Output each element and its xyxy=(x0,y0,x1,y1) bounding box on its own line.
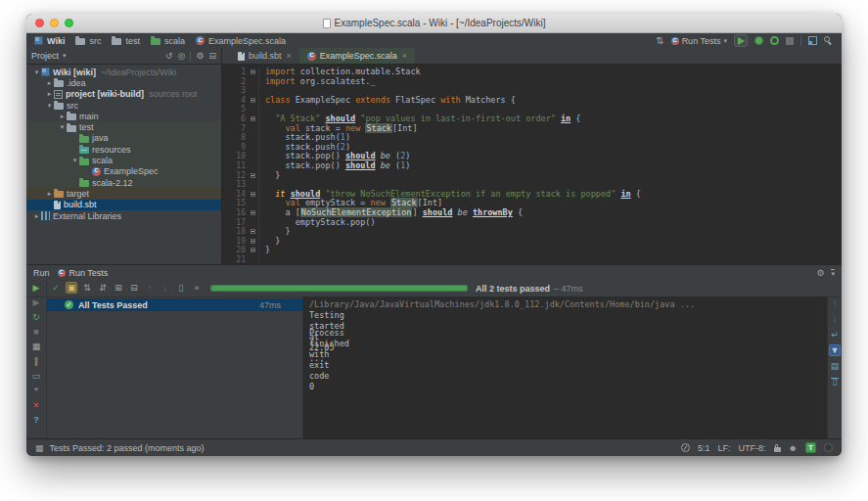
rerun-icon[interactable]: ▶ xyxy=(30,282,42,294)
soft-wrap-icon[interactable]: ↵ xyxy=(829,329,841,341)
expand-all-icon[interactable]: ⊞ xyxy=(113,282,124,294)
tree-down-arrow-icon[interactable]: ▾ xyxy=(32,68,41,76)
editor-tab-build-sbt[interactable]: build.sbt× xyxy=(230,48,299,64)
fold-marker-icon[interactable] xyxy=(250,227,258,237)
scroll-end-icon[interactable]: ▼ xyxy=(829,344,841,356)
hide-panel-icon[interactable]: ▾ xyxy=(831,268,835,278)
tool-windows-icon[interactable] xyxy=(808,36,817,45)
inspections-icon[interactable] xyxy=(681,443,690,452)
tree-item-scala[interactable]: ▾scala xyxy=(26,155,221,165)
code-line-21[interactable]: 21 xyxy=(222,255,842,264)
tree-item-scala-2-12[interactable]: scala-2.12 xyxy=(26,177,221,188)
encoding-widget[interactable]: UTF-8: xyxy=(739,443,766,453)
history-icon[interactable]: ▯ xyxy=(175,282,187,294)
tree-item-wiki-wiki-[interactable]: ▾Wiki [wiki]~/IdeaProjects/Wiki xyxy=(26,67,221,77)
stop-icon[interactable]: ■ xyxy=(30,326,42,338)
sort-alpha-icon[interactable]: ⇅ xyxy=(81,282,93,294)
tree-item-resources[interactable]: resources xyxy=(26,144,221,155)
fold-marker-icon[interactable] xyxy=(250,237,258,247)
code-line-4[interactable]: 4class ExampleSpec extends FlatSpec with… xyxy=(222,96,842,106)
tree-right-arrow-icon[interactable]: ▸ xyxy=(58,113,67,120)
tree-right-arrow-icon[interactable]: ▸ xyxy=(45,79,54,87)
tree-item-java[interactable]: java xyxy=(26,133,221,144)
down-stack-icon[interactable]: ↓ xyxy=(829,313,841,325)
tree-item-external-libraries[interactable]: ▸External Libraries xyxy=(26,210,221,221)
pause-icon[interactable]: ∥ xyxy=(30,355,42,367)
lock-icon[interactable] xyxy=(774,447,781,452)
clear-icon[interactable]: ▯ xyxy=(829,376,841,387)
prev-failed-icon[interactable]: ↑ xyxy=(144,282,156,294)
close-tab-icon[interactable]: × xyxy=(287,51,292,61)
project-view-chevron-icon[interactable]: ▾ xyxy=(63,52,67,60)
tree-item-build-sbt[interactable]: build.sbt xyxy=(26,200,221,210)
editor-tab-examplespec-scala[interactable]: ExampleSpec.scala× xyxy=(299,48,415,64)
fold-marker-icon[interactable] xyxy=(250,68,258,77)
tree-item-target[interactable]: ▸target xyxy=(26,188,221,199)
gear-icon[interactable]: ⚙ xyxy=(816,268,824,278)
code-line-17[interactable]: 17 emptyStack.pop() xyxy=(222,218,842,228)
next-failed-icon[interactable]: ↓ xyxy=(160,282,171,294)
nav-item-scala[interactable]: scala xyxy=(151,36,185,46)
tree-item--idea[interactable]: ▸.idea xyxy=(26,77,221,88)
rerun-failed-icon[interactable]: ▶ xyxy=(30,296,42,308)
collapse-all-icon[interactable]: ⊟ xyxy=(208,51,216,61)
more-icon[interactable]: » xyxy=(191,282,203,294)
fold-marker-icon[interactable] xyxy=(250,171,258,181)
tool-window-switcher-icon[interactable]: ▦ xyxy=(35,443,44,453)
tree-right-arrow-icon[interactable]: ▸ xyxy=(45,90,54,98)
up-stack-icon[interactable]: ↑ xyxy=(829,297,841,309)
project-panel-title[interactable]: Project xyxy=(31,51,59,61)
caret-position-widget[interactable]: 5:1 xyxy=(698,443,710,453)
tree-item-src[interactable]: ▾src xyxy=(26,100,221,111)
fold-marker-icon[interactable] xyxy=(250,246,258,255)
help-icon[interactable]: ? xyxy=(30,414,42,426)
line-ending-widget[interactable]: LF: xyxy=(718,443,731,453)
sync-icon[interactable]: ↺ xyxy=(165,51,173,61)
tree-item-project-wiki-build-[interactable]: ▸project [wiki-build]sources root xyxy=(26,89,221,100)
show-console-icon[interactable]: ▭ xyxy=(30,370,42,382)
green-badge-icon[interactable]: T xyxy=(805,442,816,453)
tree-down-arrow-icon[interactable]: ▾ xyxy=(70,157,79,164)
sort-duration-icon[interactable]: ⇵ xyxy=(97,282,109,294)
run-tab[interactable]: Run Tests xyxy=(58,268,109,278)
print-icon[interactable]: ▤ xyxy=(829,360,841,372)
coverage-button[interactable] xyxy=(770,36,779,45)
fold-marker-icon[interactable] xyxy=(250,208,258,218)
nav-item-examplespec-scala[interactable]: ExampleSpec.scala xyxy=(196,36,286,46)
tree-right-arrow-icon[interactable]: ▸ xyxy=(32,212,41,220)
run-console[interactable]: /Library/Java/JavaVirtualMachines/jdk1.8… xyxy=(303,296,827,439)
code-line-19[interactable]: 19 } xyxy=(222,237,842,247)
tree-right-arrow-icon[interactable]: ▸ xyxy=(45,190,54,198)
close-tab-icon[interactable]: × xyxy=(402,51,407,61)
stop-button[interactable] xyxy=(786,37,794,45)
code-line-18[interactable]: 18 } xyxy=(222,227,842,237)
tree-item-main[interactable]: ▸main xyxy=(26,111,221,121)
nav-item-test[interactable]: test xyxy=(112,36,140,46)
fold-marker-icon[interactable] xyxy=(250,96,258,106)
nav-item-src[interactable]: src xyxy=(75,36,101,46)
tree-item-test[interactable]: ▾test xyxy=(26,121,221,132)
show-passed-icon[interactable]: ✓ xyxy=(50,282,62,294)
tree-down-arrow-icon[interactable]: ▾ xyxy=(58,123,67,131)
fold-marker-icon[interactable] xyxy=(250,114,258,124)
locate-icon[interactable]: ◎ xyxy=(178,51,186,61)
settings-icon[interactable]: ⚙ xyxy=(196,51,204,61)
hector-icon[interactable]: ☻ xyxy=(789,443,798,453)
show-ignored-icon[interactable]: ▣ xyxy=(66,282,77,294)
run-button[interactable] xyxy=(734,34,748,47)
debug-button[interactable] xyxy=(754,36,763,45)
tree-item-examplespec[interactable]: ExampleSpec xyxy=(26,166,221,177)
nav-item-wiki[interactable]: Wiki xyxy=(34,36,65,46)
autotest-icon[interactable]: ↻ xyxy=(30,311,42,323)
vcs-update-icon[interactable]: ⇅ xyxy=(656,36,663,46)
jump-to-icon[interactable]: * xyxy=(30,385,42,396)
code-line-2[interactable]: 2import org.scalatest._ xyxy=(222,77,842,87)
restore-layout-icon[interactable]: ▦ xyxy=(30,341,42,352)
close-icon[interactable]: × xyxy=(30,399,42,411)
collapse-all-icon[interactable]: ⊟ xyxy=(128,282,140,294)
fold-marker-icon[interactable] xyxy=(250,190,258,200)
run-configuration-select[interactable]: Run Tests ▾ xyxy=(671,36,727,46)
code-line-12[interactable]: 12 } xyxy=(222,171,842,181)
search-everywhere-icon[interactable] xyxy=(824,36,834,46)
test-result-row[interactable]: ✓All Tests Passed47ms xyxy=(47,298,302,311)
